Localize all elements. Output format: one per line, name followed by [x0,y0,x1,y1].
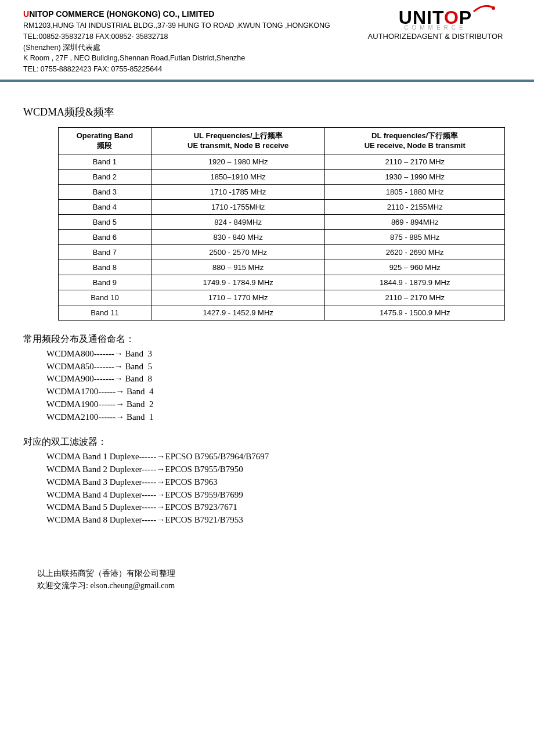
table-row: Band 72500 - 2570 MHz2620 - 2690 MHz [59,244,505,260]
list-item: WCDMA Band 2 Duplexer-----→EPCOS B7955/B… [46,463,511,476]
header-ul: UL Frequencies/上行频率UE transmit, Node B r… [151,127,325,154]
list-item: WCDMA Band 3 Duplexer-----→EPCOS B7963 [46,476,511,489]
list-item: WCDMA Band 8 Duplexer-----→EPCOS B7921/B… [46,514,511,527]
list-item: WCDMA Band 5 Duplexer-----→EPCOS B7923/7… [46,501,511,514]
list-item: WCDMA1900------→ Band 2 [46,398,511,411]
naming-list: WCDMA800-------→ Band 3WCDMA850-------→ … [46,348,511,424]
duplexer-title: 对应的双工滤波器： [23,436,511,448]
table-cell: 2110 - 2155MHz [325,199,505,214]
table-cell: 1805 - 1880 MHz [325,184,505,199]
table-cell: 2110 – 2170 MHz [325,290,505,305]
table-row: Band 111427.9 - 1452.9 MHz1475.9 - 1500.… [59,305,505,320]
table-cell: Band 10 [59,290,151,305]
naming-title: 常用频段分布及通俗命名： [23,333,511,345]
list-item: WCDMA Band 4 Duplexer-----→EPCOS B7959/B… [46,489,511,502]
list-item: WCDMA1700------→ Band 4 [46,386,511,398]
table-cell: 2500 - 2570 MHz [151,244,325,260]
table-cell: 1427.9 - 1452.9 MHz [151,305,325,320]
table-cell: 1710 -1785 MHz [151,184,325,199]
table-cell: Band 9 [59,275,151,290]
shenzhen-tel: TEL: 0755-88822423 FAX: 0755-85225644 [23,64,511,75]
swoosh-icon [472,5,496,13]
logo-block: UNITOP COMMERCE AUTHORIZEDAGENT & DISTRI… [360,8,511,41]
table-row: Band 21850–1910 MHz1930 – 1990 MHz [59,169,505,184]
tagline: AUTHORIZEDAGENT & DISTRIBUTOR [360,32,511,41]
table-cell: 1475.9 - 1500.9 MHz [325,305,505,320]
header-band: Operating Band频段 [59,127,151,154]
table-cell: 1920 – 1980 MHz [151,154,325,169]
shenzhen-address: K Room , 27F , NEO Buliding,Shennan Road… [23,53,511,64]
table-cell: Band 5 [59,214,151,229]
page-title: WCDMA频段&频率 [23,105,511,119]
table-cell: Band 7 [59,244,151,260]
table-row: Band 11920 – 1980 MHz2110 – 2170 MHz [59,154,505,169]
table-cell: 925 – 960 MHz [325,260,505,275]
table-cell: 1710 -1755MHz [151,199,325,214]
table-cell: 1844.9 - 1879.9 MHz [325,275,505,290]
svg-point-0 [492,6,495,10]
table-row: Band 6830 - 840 MHz875 - 885 MHz [59,229,505,244]
content: WCDMA频段&频率 Operating Band频段 UL Frequenci… [0,82,534,603]
table-cell: 1850–1910 MHz [151,169,325,184]
frequency-table: Operating Band频段 UL Frequencies/上行频率UE t… [58,127,505,321]
table-cell: Band 2 [59,169,151,184]
list-item: WCDMA900-------→ Band 8 [46,373,511,386]
table-row: Band 8880 – 915 MHz925 – 960 MHz [59,260,505,275]
table-cell: 880 – 915 MHz [151,260,325,275]
table-cell: 1749.9 - 1784.9 MHz [151,275,325,290]
table-cell: 1710 – 1770 MHz [151,290,325,305]
table-cell: Band 1 [59,154,151,169]
table-cell: Band 6 [59,229,151,244]
table-cell: Band 11 [59,305,151,320]
list-item: WCDMA Band 1 Duplexe------→EPCSO B7965/B… [46,451,511,463]
footer-line1: 以上由联拓商贸（香港）有限公司整理 [37,567,511,579]
footer-line2: 欢迎交流学习: elson.cheung@gmail.com [37,579,511,592]
logo: UNITOP COMMERCE [383,8,488,31]
duplexer-list: WCDMA Band 1 Duplexe------→EPCSO B7965/B… [46,451,511,527]
table-row: Band 91749.9 - 1784.9 MHz1844.9 - 1879.9… [59,275,505,290]
header-dl: DL frequencies/下行频率UE receive, Node B tr… [325,127,505,154]
list-item: WCDMA2100------→ Band 1 [46,411,511,424]
list-item: WCDMA800-------→ Band 3 [46,348,511,361]
table-cell: 830 - 840 MHz [151,229,325,244]
shenzhen-line: (Shenzhen) 深圳代表處 [23,42,511,53]
company-u: U [23,9,29,19]
table-cell: Band 3 [59,184,151,199]
table-cell: 875 - 885 MHz [325,229,505,244]
table-cell: 1930 – 1990 MHz [325,169,505,184]
table-cell: Band 4 [59,199,151,214]
footer: 以上由联拓商贸（香港）有限公司整理 欢迎交流学习: elson.cheung@g… [37,567,511,592]
table-cell: Band 8 [59,260,151,275]
table-cell: 869 - 894MHz [325,214,505,229]
letterhead: UNITOP COMMERCE (HONGKONG) CO., LIMITED … [0,0,534,82]
table-row: Band 31710 -1785 MHz1805 - 1880 MHz [59,184,505,199]
logo-main: UNITOP [383,8,488,27]
table-cell: 824 - 849MHz [151,214,325,229]
table-cell: 2110 – 2170 MHz [325,154,505,169]
list-item: WCDMA850-------→ Band 5 [46,361,511,373]
table-row: Band 41710 -1755MHz2110 - 2155MHz [59,199,505,214]
table-row: Band 5824 - 849MHz869 - 894MHz [59,214,505,229]
table-cell: 2620 - 2690 MHz [325,244,505,260]
table-row: Band 101710 – 1770 MHz2110 – 2170 MHz [59,290,505,305]
